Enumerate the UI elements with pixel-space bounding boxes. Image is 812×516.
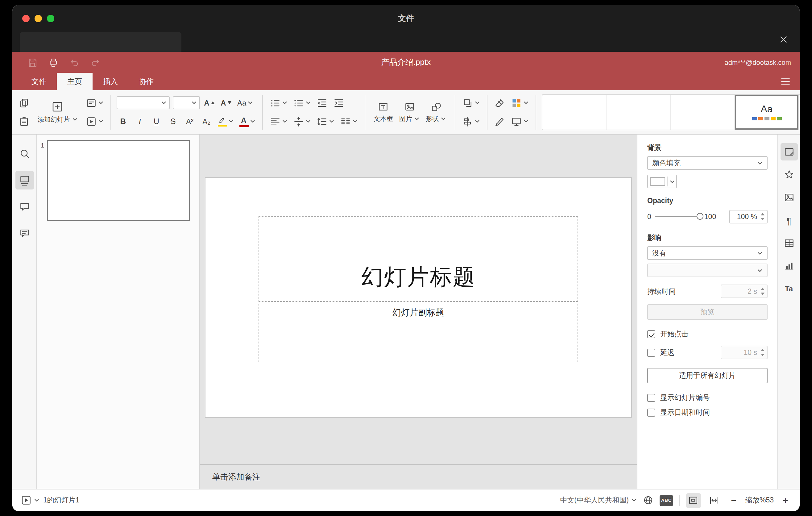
notes-area[interactable]: 单击添加备注 (200, 464, 637, 489)
undo-icon[interactable] (69, 57, 80, 67)
slide-thumbnail[interactable] (47, 140, 190, 221)
duration-input[interactable]: 2 s (721, 285, 767, 298)
chart-settings-icon[interactable] (780, 257, 798, 275)
opacity-slider-knob[interactable] (697, 213, 704, 220)
font-size-combo[interactable] (172, 96, 200, 109)
spinner[interactable] (759, 213, 765, 220)
tab-collaboration[interactable]: 协作 (128, 73, 164, 90)
change-case-button[interactable]: Aa (236, 95, 254, 110)
delay-toggle[interactable]: 延迟 (647, 348, 674, 357)
hamburger-menu-icon[interactable] (780, 73, 791, 90)
background-fill-select[interactable]: 颜色填充 (647, 156, 767, 170)
delay-input[interactable]: 10 s (721, 346, 767, 359)
spinner[interactable] (759, 288, 765, 295)
superscript-button[interactable]: A² (183, 114, 197, 129)
document-language-icon[interactable] (643, 495, 654, 506)
close-editor-button[interactable] (778, 33, 790, 46)
transition-variant-select[interactable] (647, 263, 767, 277)
slides-panel-icon[interactable] (15, 171, 34, 190)
preview-button[interactable]: 预览 (647, 304, 767, 320)
theme-option[interactable] (542, 95, 607, 129)
copy-style-button[interactable] (493, 114, 506, 129)
paste-button[interactable] (17, 114, 31, 129)
opacity-input[interactable]: 100 % (729, 210, 767, 224)
color-scheme-button[interactable] (510, 95, 530, 110)
insert-shape-button[interactable]: 形状 (423, 93, 449, 131)
highlight-color-button[interactable] (216, 114, 235, 129)
strikethrough-button[interactable]: S (166, 114, 180, 129)
comments-icon[interactable] (15, 198, 34, 216)
show-slide-number-row[interactable]: 显示幻灯片编号 (647, 393, 767, 402)
decrease-indent-button[interactable] (315, 95, 328, 110)
shape-settings-icon[interactable] (780, 166, 798, 183)
increase-font-button[interactable]: A (203, 95, 216, 110)
show-date-time-row[interactable]: 显示日期和时间 (647, 408, 767, 417)
start-slideshow-button[interactable] (84, 114, 105, 129)
apply-to-all-button[interactable]: 适用于所有幻灯片 (647, 368, 767, 383)
spellcheck-icon[interactable]: ABC (660, 495, 673, 506)
italic-button[interactable]: I (133, 114, 147, 129)
slide[interactable]: 幻灯片标题 幻灯片副标题 (205, 178, 631, 417)
add-slide-button[interactable]: 添加幻灯片 (34, 93, 81, 131)
start-on-click-checkbox[interactable] (647, 330, 655, 338)
subtitle-placeholder[interactable]: 幻灯片副标题 (259, 304, 578, 362)
bold-button[interactable]: B (116, 114, 130, 129)
slide-layout-button[interactable] (84, 95, 105, 110)
insert-image-button[interactable]: 图片 (396, 93, 423, 131)
tab-home[interactable]: 主页 (57, 73, 92, 90)
slide-size-button[interactable] (510, 114, 530, 129)
show-slide-number-checkbox[interactable] (647, 394, 655, 402)
show-date-time-checkbox[interactable] (647, 409, 655, 417)
zoom-out-button[interactable]: − (728, 495, 739, 506)
theme-option[interactable] (607, 95, 671, 129)
opacity-slider[interactable] (655, 216, 701, 217)
line-spacing-button[interactable] (315, 114, 335, 129)
subscript-button[interactable]: A₂ (200, 114, 213, 129)
tab-insert[interactable]: 插入 (92, 73, 128, 90)
title-placeholder[interactable]: 幻灯片标题 (259, 216, 578, 302)
theme-option-selected[interactable]: Aa (735, 95, 799, 129)
numbered-list-button[interactable] (292, 95, 312, 110)
font-color-button[interactable]: A (238, 114, 256, 129)
fit-width-icon[interactable] (707, 493, 722, 508)
zoom-in-button[interactable]: + (780, 495, 791, 506)
spinner[interactable] (759, 349, 765, 356)
textart-settings-icon[interactable]: Ta (780, 280, 798, 297)
insert-textbox-button[interactable]: 文本框 (371, 93, 396, 131)
copy-button[interactable] (17, 95, 31, 110)
increase-indent-button[interactable] (332, 95, 345, 110)
background-color-swatch[interactable] (647, 175, 677, 188)
table-settings-icon[interactable] (780, 234, 798, 252)
bullet-list-button[interactable] (268, 95, 288, 110)
clear-style-button[interactable] (493, 95, 506, 110)
underline-button[interactable]: U (150, 114, 163, 129)
horizontal-align-button[interactable] (268, 114, 288, 129)
start-slideshow-status-button[interactable] (21, 495, 39, 506)
arrange-shape-button[interactable] (461, 95, 481, 110)
transition-effect-select[interactable]: 没有 (647, 246, 767, 260)
chevron-down-icon (352, 118, 357, 124)
fit-slide-icon[interactable] (686, 493, 701, 508)
image-settings-icon[interactable] (780, 189, 798, 206)
start-on-click-row[interactable]: 开始点击 (647, 329, 767, 339)
save-icon[interactable] (27, 57, 38, 67)
search-icon[interactable] (15, 144, 34, 163)
feedback-chat-icon[interactable] (15, 224, 34, 242)
paragraph-settings-icon[interactable]: ¶ (780, 212, 798, 229)
theme-option[interactable] (671, 95, 735, 129)
print-icon[interactable] (48, 57, 59, 67)
redo-icon[interactable] (90, 57, 100, 67)
columns-button[interactable] (339, 114, 359, 129)
chevron-down-icon (161, 100, 166, 106)
align-shape-button[interactable] (461, 114, 481, 129)
delay-checkbox[interactable] (647, 348, 655, 356)
language-selector[interactable]: 中文(中华人民共和国) (560, 496, 637, 505)
tab-file[interactable]: 文件 (21, 73, 57, 90)
left-icon-strip (12, 135, 37, 489)
down-arrow-icon (228, 101, 232, 104)
slide-settings-icon[interactable] (780, 143, 798, 161)
vertical-align-button[interactable] (292, 114, 312, 129)
decrease-font-button[interactable]: A (219, 95, 233, 110)
font-name-combo[interactable] (116, 96, 169, 109)
slide-thumbnails-panel: 1 (37, 135, 200, 489)
